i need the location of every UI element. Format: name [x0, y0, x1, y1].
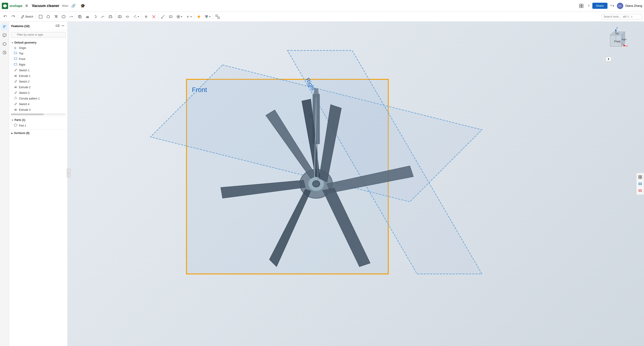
left-icons-strip — [0, 22, 9, 346]
feature-list-scrollbar[interactable] — [11, 114, 66, 115]
display-btn[interactable]: ▾ — [175, 14, 184, 20]
section-btn[interactable] — [167, 14, 174, 20]
logo-icon[interactable] — [2, 3, 8, 9]
doc-branch: Main — [62, 4, 68, 8]
comments-icon-btn[interactable] — [1, 32, 8, 39]
pattern-btn[interactable]: ▾ — [132, 14, 140, 20]
new-part-btn[interactable] — [37, 14, 44, 20]
sweep-btn[interactable] — [99, 14, 106, 20]
svg-rect-31 — [218, 17, 220, 18]
svg-text:Right: Right — [622, 38, 627, 40]
sketch2-item[interactable]: Sketch 2 — [9, 79, 68, 84]
appearance-btn[interactable]: ▾ — [203, 14, 212, 20]
render-btn[interactable] — [195, 14, 202, 20]
orientation-cube[interactable]: Z X Front Top Right ▼ — [604, 26, 626, 49]
svg-point-5 — [47, 15, 50, 18]
share-button[interactable]: Share — [592, 3, 608, 9]
redo-btn[interactable] — [10, 14, 17, 20]
right-side-buttons — [636, 173, 644, 195]
right-plane-item[interactable]: Right — [9, 62, 68, 68]
rsb-grid[interactable] — [637, 174, 643, 180]
sketch4-item[interactable]: Sketch 4 — [9, 101, 68, 107]
extrude1-item[interactable]: Extrude 1 — [9, 73, 68, 79]
help-btn[interactable]: ? — [586, 4, 591, 8]
cube-menu-btn[interactable]: ▼ — [606, 57, 611, 61]
mirror-btn[interactable] — [124, 14, 131, 20]
surfaces-section-header[interactable]: ▶ Surfaces (8) — [9, 130, 68, 136]
front-plane-item[interactable]: Front — [9, 56, 68, 62]
boolean-btn[interactable] — [76, 14, 84, 20]
chamfer-btn[interactable] — [52, 14, 60, 20]
hub-hole — [312, 181, 320, 187]
link-btn[interactable]: 🔗 — [70, 3, 77, 9]
svg-rect-66 — [638, 177, 640, 179]
view-btn[interactable]: ▾ — [184, 14, 193, 20]
svg-rect-3 — [582, 6, 583, 8]
extrude3-item[interactable]: Extrude 3 — [9, 107, 68, 112]
parts-section-header[interactable]: ▼ Parts (1) — [9, 117, 68, 123]
sketch-label: Sketch — [25, 15, 33, 18]
viewport[interactable]: Front Top Right — [68, 22, 644, 346]
transform-btn[interactable]: ⤢ ▾ — [68, 14, 74, 19]
mate-btn[interactable] — [142, 14, 150, 20]
help-dropdown-btn[interactable]: ? ▾ — [609, 4, 616, 8]
svg-rect-46 — [14, 87, 17, 88]
grid-view-btn[interactable] — [578, 3, 585, 9]
features-icon-btn[interactable] — [1, 24, 8, 30]
svg-point-14 — [134, 16, 134, 17]
hamburger-btn[interactable]: ≡ — [24, 2, 30, 9]
rsb-edges[interactable] — [637, 181, 643, 187]
sketch-btn[interactable]: Sketch — [19, 14, 35, 20]
feature-list: ▼ Default geometry ⊕ Origin Top Front Ri… — [9, 39, 68, 346]
user-name[interactable]: Diana Zhang — [626, 4, 642, 8]
revolve-btn[interactable] — [92, 14, 99, 20]
svg-rect-8 — [79, 16, 81, 18]
history-icon-btn[interactable] — [1, 49, 8, 56]
svg-text:X: X — [626, 45, 628, 47]
panel-collapse-handle[interactable]: ‹ — [67, 168, 71, 178]
grad-btn[interactable]: 🎓 — [79, 2, 87, 9]
sketch4-icon — [14, 102, 18, 106]
add-feature-btn[interactable] — [55, 24, 60, 29]
default-geometry-label: Default geometry — [14, 41, 36, 44]
3d-viewport-svg: Front Top Right — [68, 22, 644, 346]
logo: onshape — [2, 3, 22, 9]
svg-rect-64 — [638, 176, 640, 177]
filter-input[interactable] — [11, 32, 66, 38]
extrude1-label: Extrude 1 — [19, 74, 30, 78]
shell-btn[interactable] — [60, 14, 67, 20]
fillet-btn[interactable] — [45, 14, 52, 20]
avatar[interactable]: DZ — [617, 3, 623, 9]
measure-btn[interactable] — [160, 14, 167, 20]
split-btn[interactable] — [116, 14, 123, 20]
svg-rect-43 — [14, 58, 17, 60]
sketch1-item[interactable]: Sketch 1 — [9, 68, 68, 73]
sketch3-item[interactable]: Sketch 3 — [9, 90, 68, 96]
extrude1-icon — [14, 74, 18, 78]
extrude3-icon — [14, 108, 18, 112]
part1-item[interactable]: Part 1 — [9, 123, 68, 128]
svg-point-15 — [135, 15, 136, 16]
search-tools-input[interactable] — [602, 14, 642, 20]
circular-pattern-item[interactable]: Circular pattern 1 — [9, 96, 68, 101]
origin-item[interactable]: ⊕ Origin — [9, 45, 68, 50]
orient-cube-svg: Z X Front Top Right — [604, 26, 630, 56]
zoom-fit-btn[interactable] — [214, 14, 221, 20]
rsb-vertices[interactable] — [637, 188, 643, 194]
loft-btn[interactable] — [107, 14, 114, 20]
extrude-btn[interactable] — [84, 14, 91, 20]
default-geometry-section[interactable]: ▼ Default geometry — [9, 40, 68, 45]
delete-face-btn[interactable] — [150, 14, 158, 20]
undo-btn[interactable] — [2, 14, 9, 20]
svg-point-28 — [206, 15, 208, 17]
svg-point-49 — [16, 98, 17, 99]
svg-rect-65 — [640, 176, 642, 177]
svg-rect-51 — [14, 110, 17, 110]
cube-controls[interactable]: ▼ — [606, 57, 626, 61]
extrude2-item[interactable]: Extrude 2 — [9, 84, 68, 90]
svg-rect-69 — [639, 190, 642, 192]
parts-icon-btn[interactable] — [1, 40, 8, 47]
top-plane-item[interactable]: Top — [9, 50, 68, 56]
feature-menu-btn[interactable] — [61, 24, 65, 29]
svg-point-16 — [136, 17, 136, 18]
